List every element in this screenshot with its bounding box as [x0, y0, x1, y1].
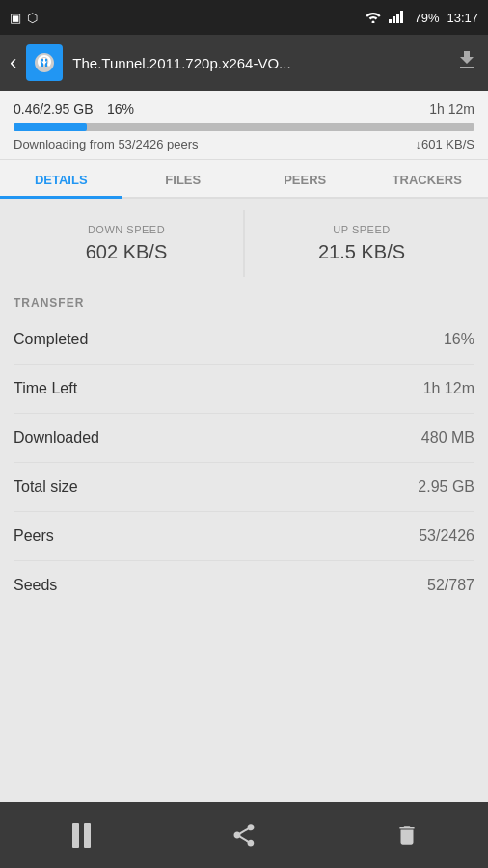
seeds-value: 52/787 — [427, 577, 474, 594]
delete-button[interactable] — [383, 811, 431, 859]
downloaded-value: 480 MB — [421, 429, 474, 447]
downloaded-label: Downloaded — [14, 429, 99, 447]
svg-rect-3 — [396, 14, 399, 23]
toolbar-download-icon[interactable] — [455, 48, 478, 77]
svg-rect-2 — [393, 16, 395, 23]
progress-time: 1h 12m — [429, 101, 474, 117]
transfer-row-timeleft: Time Left 1h 12m — [14, 365, 474, 414]
svg-rect-4 — [400, 11, 403, 23]
down-speed-value: 602 KB/S — [19, 241, 233, 263]
timeleft-value: 1h 12m — [423, 380, 474, 397]
tab-peers[interactable]: PEERS — [244, 160, 366, 197]
peers-value: 53/2426 — [419, 528, 474, 545]
peers-text: Downloading from 53/2426 peers — [14, 137, 199, 151]
svg-rect-1 — [389, 19, 392, 23]
totalsize-label: Total size — [14, 478, 78, 496]
tab-files[interactable]: FILES — [122, 160, 245, 197]
down-speed-card: DOWN SPEED 602 KB/S — [10, 210, 243, 277]
progress-bar-fill — [14, 123, 87, 131]
completed-value: 16% — [444, 331, 474, 348]
up-speed-value: 21.5 KB/S — [255, 241, 469, 263]
up-speed-card: UP SPEED 21.5 KB/S — [245, 210, 478, 277]
svg-point-0 — [372, 20, 375, 23]
peers-label: Peers — [14, 528, 54, 545]
clock: 13:17 — [447, 11, 478, 25]
seeds-label: Seeds — [14, 577, 57, 594]
progress-size: 0.46/2.95 GB — [14, 101, 94, 117]
transfer-row-downloaded: Downloaded 480 MB — [14, 414, 474, 463]
transfer-row-totalsize: Total size 2.95 GB — [14, 463, 474, 512]
tab-trackers[interactable]: TRACKERS — [366, 160, 489, 197]
progress-percent: 16% — [107, 101, 134, 117]
progress-area: 0.46/2.95 GB 16% 1h 12m Downloading from… — [0, 91, 488, 160]
totalsize-value: 2.95 GB — [418, 478, 474, 496]
transfer-row-peers: Peers 53/2426 — [14, 512, 474, 561]
progress-bar-container — [14, 123, 474, 131]
signal-icon — [389, 10, 406, 26]
tabs-bar: DETAILS FILES PEERS TRACKERS — [0, 160, 488, 199]
android-icon: ⬡ — [27, 11, 38, 25]
speed-cards: DOWN SPEED 602 KB/S UP SPEED 21.5 KB/S — [10, 210, 478, 277]
speed-text: ↓601 KB/S — [416, 137, 474, 151]
up-speed-label: UP SPEED — [255, 224, 469, 235]
pause-button[interactable] — [57, 811, 105, 859]
toolbar: ‹ The.Tunnel.2011.720p.x264-VO... — [0, 35, 488, 91]
transfer-row-seeds: Seeds 52/787 — [14, 561, 474, 610]
back-button[interactable]: ‹ — [10, 50, 16, 75]
tab-details[interactable]: DETAILS — [0, 160, 122, 197]
completed-label: Completed — [14, 331, 88, 348]
battery-text: 79% — [414, 11, 439, 25]
transfer-header: TRANSFER — [14, 288, 474, 315]
transfer-section: TRANSFER Completed 16% Time Left 1h 12m … — [0, 288, 488, 610]
down-speed-label: DOWN SPEED — [19, 224, 233, 235]
wifi-icon — [366, 10, 381, 26]
transfer-row-completed: Completed 16% — [14, 315, 474, 365]
share-button[interactable] — [220, 811, 268, 859]
screen-icon: ▣ — [10, 11, 21, 25]
timeleft-label: Time Left — [14, 380, 77, 397]
app-icon — [26, 44, 63, 81]
torrent-title: The.Tunnel.2011.720p.x264-VO... — [72, 55, 446, 71]
status-bar: ▣ ⬡ 79% 13:17 — [0, 0, 488, 35]
bottom-bar — [0, 802, 488, 868]
